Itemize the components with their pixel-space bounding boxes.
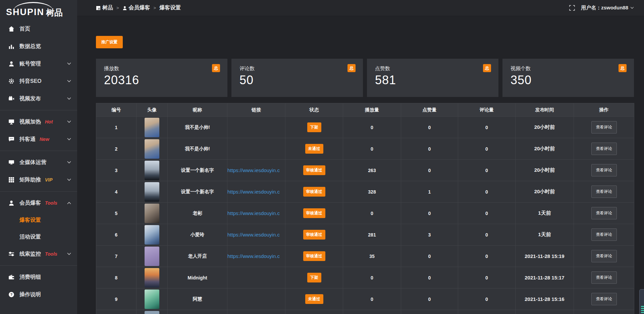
cell-avatar xyxy=(137,267,168,289)
sidebar-divider xyxy=(0,265,77,266)
view-comments-button[interactable]: 查看评论 xyxy=(591,271,617,284)
sidebar-item-douketong[interactable]: 抖客通 New xyxy=(0,130,77,148)
cell-link xyxy=(227,267,285,289)
view-comments-button[interactable]: 查看评论 xyxy=(591,143,617,155)
cell-actions: 查看评论 xyxy=(574,246,634,267)
fullscreen-icon[interactable] xyxy=(569,5,575,11)
promotion-settings-button[interactable]: 推广设置 xyxy=(96,36,123,48)
breadcrumb-item-shupin[interactable]: 树品 xyxy=(96,4,113,11)
view-comments-button[interactable]: 查看评论 xyxy=(591,164,617,176)
stat-card-videos: 视频个数 350 总 xyxy=(502,59,634,97)
cell-comments: 0 xyxy=(458,160,516,181)
sidebar-item-video-publish[interactable]: 视频发布 xyxy=(0,90,77,107)
cell-number: 2 xyxy=(96,138,137,160)
question-circle-icon: ? xyxy=(8,291,15,298)
cell-likes: 0 xyxy=(401,289,458,310)
sidebar-item-home[interactable]: 首页 xyxy=(0,20,77,38)
total-badge: 总 xyxy=(212,64,220,72)
sidebar-divider xyxy=(0,110,77,110)
sidebar-item-account-management[interactable]: 账号管理 xyxy=(0,55,77,72)
chevron-down-icon xyxy=(630,7,634,9)
video-link[interactable]: https://www.iesdouyin.c xyxy=(227,167,285,173)
sidebar-subitem-baoke-settings[interactable]: 爆客设置 xyxy=(0,212,77,228)
sidebar-divider xyxy=(0,191,77,192)
cell-likes: 0 xyxy=(401,267,458,289)
view-comments-button[interactable]: 查看评论 xyxy=(591,293,617,305)
video-link[interactable]: https://www.iesdouyin.c xyxy=(227,253,285,259)
status-badge: 未通过 xyxy=(305,294,323,304)
avatar xyxy=(145,161,159,180)
avatar xyxy=(145,204,159,223)
cell-status: 下架 xyxy=(285,117,343,138)
user-icon xyxy=(8,200,15,206)
widget-stripe xyxy=(641,308,644,309)
view-comments-button[interactable]: 查看评论 xyxy=(591,121,617,134)
stat-title: 评论数 xyxy=(239,65,355,72)
sidebar-item-matrix-boost[interactable]: 矩阵助推 VIP xyxy=(0,171,77,189)
cell-publish-time: 2021-11-28 15:19 xyxy=(516,246,574,267)
cell-nickname: 我不是小帅! xyxy=(168,117,227,138)
cell-actions: 查看评论 xyxy=(574,117,634,138)
cell-status: 审核通过 xyxy=(285,181,343,203)
widget-stripe xyxy=(641,306,644,307)
chevron-down-icon xyxy=(67,97,71,100)
chevron-down-icon xyxy=(67,120,71,123)
sidebar-subitem-activity-settings[interactable]: 活动设置 xyxy=(0,228,77,245)
cell-publish-time: 2021-11-28 15:16 xyxy=(516,289,574,310)
cell-likes: 3 xyxy=(401,224,458,246)
stat-title: 播放数 xyxy=(104,65,219,72)
app-logo: SHUPIN 树品 xyxy=(0,0,77,19)
stat-card-plays: 播放数 20316 总 xyxy=(96,59,227,97)
panel-icon xyxy=(96,6,101,10)
cell-plays: 0 xyxy=(343,138,401,160)
cell-likes: 0 xyxy=(401,117,458,138)
view-comments-button[interactable]: 查看评论 xyxy=(591,228,617,241)
status-badge: 审核通过 xyxy=(303,165,325,175)
topbar: 树品 > 会员爆客 > 爆客设置 用户名：zswodun88 xyxy=(77,0,644,16)
widget-stripe xyxy=(641,312,644,313)
view-comments-button[interactable]: 查看评论 xyxy=(591,207,617,219)
total-badge: 总 xyxy=(483,64,491,72)
table-row: 3 设置一个新名字 https://www.iesdouyin.c 审核通过 2… xyxy=(96,160,634,181)
cell-nickname: Midnight xyxy=(168,267,227,289)
cell-plays xyxy=(343,310,401,314)
breadcrumb-item-member-baoke[interactable]: 会员爆客 xyxy=(122,4,150,11)
sidebar-item-omnimedia-operation[interactable]: 全媒体运营 xyxy=(0,154,77,171)
cell-status: 未通过 xyxy=(285,289,343,310)
sidebar-item-member-baoke[interactable]: 会员爆客 Tools xyxy=(0,194,77,212)
sidebar-item-douyin-seo[interactable]: 抖音SEO xyxy=(0,72,77,90)
cell-actions: 查看评论 xyxy=(574,224,634,246)
sidebar-item-lead-monitoring[interactable]: 线索监控 Tools xyxy=(0,245,77,263)
cell-link: https://www.iesdouyin.c xyxy=(227,246,285,267)
sidebar-item-instructions[interactable]: ? 操作说明 xyxy=(0,286,77,303)
view-comments-button[interactable]: 查看评论 xyxy=(591,186,617,198)
video-table: 编号 头像 昵称 链接 状态 播放量 点赞量 评论量 发布时间 操作 1 我不是… xyxy=(96,103,634,314)
video-link[interactable]: https://www.iesdouyin.c xyxy=(227,189,285,195)
total-badge: 总 xyxy=(347,64,356,72)
username-label: 用户名：zswodun88 xyxy=(581,5,628,11)
view-comments-button[interactable]: 查看评论 xyxy=(591,250,617,262)
cell-publish-time: 20小时前 xyxy=(516,160,574,181)
breadcrumb-separator: > xyxy=(116,5,119,10)
sidebar-item-spending-details[interactable]: 消费明细 xyxy=(0,268,77,286)
cell-status: 未通过 xyxy=(285,138,343,160)
cell-likes: 1 xyxy=(401,181,458,203)
cell-status: 审核通过 xyxy=(285,246,343,267)
status-badge: 审核通过 xyxy=(303,251,325,261)
cell-publish-time: 20小时前 xyxy=(516,117,574,138)
floating-helper-widget[interactable] xyxy=(639,289,644,314)
col-header-link: 链接 xyxy=(227,103,285,117)
sidebar-item-video-heating[interactable]: 视频加热 Hot xyxy=(0,113,77,130)
table-row: 4 设置一个新名字 https://www.iesdouyin.c 审核通过 3… xyxy=(96,181,634,203)
sidebar-item-data-overview[interactable]: 数据总览 xyxy=(0,38,77,55)
user-menu[interactable]: 用户名：zswodun88 xyxy=(581,5,634,11)
cell-plays: 0 xyxy=(343,289,401,310)
cell-number: 3 xyxy=(96,160,137,181)
cell-actions: 查看评论 xyxy=(574,181,634,203)
table-row: 7 老人开店 https://www.iesdouyin.c 审核通过 35 0… xyxy=(96,246,634,267)
cell-likes: 0 xyxy=(401,203,458,224)
cell-status: 审核通过 xyxy=(285,160,343,181)
video-link[interactable]: https://www.iesdouyin.c xyxy=(227,210,285,216)
tools-tag: Tools xyxy=(45,200,57,206)
video-link[interactable]: https://www.iesdouyin.c xyxy=(227,232,285,238)
